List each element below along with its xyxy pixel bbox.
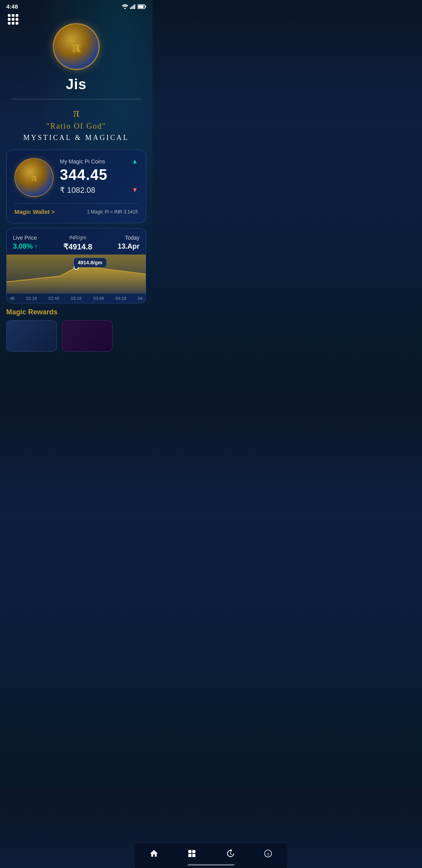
chart-time-1: 02:18	[26, 296, 37, 301]
chart-time-3: 03:18	[71, 296, 82, 301]
chart-time-4: 03:48	[93, 296, 104, 301]
svg-rect-6	[138, 5, 144, 8]
avatar: π	[53, 23, 100, 70]
svg-rect-5	[145, 5, 146, 7]
rewards-cards	[6, 320, 146, 355]
wifi-icon	[122, 4, 128, 9]
exchange-rate: 1 Magic Pi = INR 3.1415	[87, 209, 138, 215]
live-arrow-up-icon: ↑	[34, 242, 38, 251]
reward-card-2[interactable]	[62, 320, 113, 352]
today-date: 13.Apr	[118, 242, 139, 251]
reward-card-1[interactable]	[6, 320, 57, 352]
status-bar: 4:48	[0, 0, 152, 11]
chart-time-5: 04:18	[116, 296, 127, 301]
arrow-down-icon: ▼	[132, 187, 138, 194]
price-header: Live Price 3.08% ↑ INR/gm ₹4914.8 Today …	[7, 228, 146, 255]
price-card: Live Price 3.08% ↑ INR/gm ₹4914.8 Today …	[6, 228, 146, 303]
wallet-link-row: Magic Wallet > 1 Magic Pi = INR 3.1415	[14, 203, 138, 215]
coins-amount: 344.45	[60, 167, 138, 182]
live-price-label: Live Price	[13, 235, 38, 241]
battery-icon	[138, 4, 146, 9]
chart-tooltip: 4914.8/gm	[73, 258, 107, 267]
inr-amount: ₹ 1082.08	[60, 185, 95, 195]
today-section: Today 13.Apr	[118, 235, 139, 251]
magic-wallet-link[interactable]: Magic Wallet >	[14, 208, 55, 215]
price-chart: 4914.8/gm	[7, 255, 146, 294]
chart-time-labels: 48 02:18 02:48 03:18 03:48 04:18 04	[7, 294, 146, 303]
coins-card: π My Magic Pi Coins ▲ 344.45 ₹ 1082.08 ▼…	[6, 150, 146, 223]
inr-gm-section: INR/gm ₹4914.8	[63, 235, 92, 251]
coins-label: My Magic Pi Coins ▲	[60, 158, 138, 165]
coins-inr-row: ₹ 1082.08 ▼	[60, 185, 138, 195]
top-menu-button[interactable]	[8, 14, 18, 25]
status-time: 4:48	[6, 3, 18, 10]
chart-time-2: 02:48	[48, 296, 59, 301]
magic-wallet-text: Magic Wallet >	[14, 208, 55, 215]
svg-rect-0	[130, 7, 131, 9]
profile-divider	[11, 99, 141, 99]
coin-logo: π	[14, 158, 54, 197]
live-price-percentage: 3.08% ↑	[13, 242, 38, 251]
svg-rect-2	[133, 5, 134, 9]
status-icons	[122, 4, 146, 9]
arrow-up-icon: ▲	[132, 158, 138, 165]
tagline-section: π "Ratio Of God" MYSTICAL & MAGICAL	[0, 106, 152, 142]
profile-section: π Jis	[0, 11, 152, 106]
live-price-section: Live Price 3.08% ↑	[13, 235, 38, 251]
rewards-title: Magic Rewards	[6, 308, 146, 316]
svg-rect-1	[132, 6, 133, 9]
chart-time-0: 48	[10, 296, 14, 301]
profile-name: Jis	[66, 76, 86, 93]
mystical-text: MYSTICAL & MAGICAL	[23, 134, 129, 142]
coins-info: My Magic Pi Coins ▲ 344.45 ₹ 1082.08 ▼	[60, 158, 138, 195]
pi-symbol: π	[73, 106, 79, 120]
rewards-section: Magic Rewards	[6, 308, 146, 395]
inr-gm-label: INR/gm	[63, 235, 92, 240]
ratio-text: "Ratio Of God"	[46, 122, 106, 131]
avatar-ring	[53, 23, 100, 70]
today-label: Today	[118, 235, 139, 241]
signal-icon	[130, 4, 136, 9]
chart-time-6: 04	[138, 296, 143, 301]
inr-gm-value: ₹4914.8	[63, 242, 92, 251]
svg-rect-3	[134, 4, 136, 9]
coin-logo-pi-symbol: π	[31, 171, 37, 184]
